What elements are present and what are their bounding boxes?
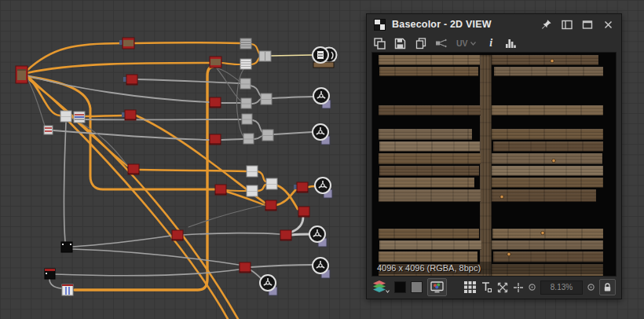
wire[interactable]	[250, 270, 262, 280]
zoom-level-field[interactable]: 8.13%	[540, 280, 583, 295]
output-node[interactable]	[260, 275, 277, 295]
wire[interactable]	[138, 79, 240, 83]
wire[interactable]	[252, 99, 261, 104]
uv-mode-dropdown[interactable]: UV	[455, 38, 478, 48]
grid-toggle-icon[interactable]	[464, 280, 476, 295]
copy-image-icon[interactable]	[373, 37, 386, 50]
graph-node-gray[interactable]	[261, 94, 272, 104]
2d-canvas[interactable]: 4096 x 4096 (RGBA, 8bpc)	[371, 52, 617, 277]
graph-node-red[interactable]	[125, 110, 136, 120]
wire[interactable]	[221, 139, 243, 140]
copy-icon[interactable]	[414, 37, 427, 50]
swatch-gray[interactable]	[411, 281, 423, 293]
graph-node-bmp[interactable]	[210, 57, 221, 68]
graph-node-red[interactable]	[210, 134, 221, 145]
graph-node-red[interactable]	[126, 75, 137, 85]
graph-node-wstripe[interactable]	[240, 59, 251, 69]
graph-node-src[interactable]	[16, 66, 27, 83]
wire[interactable]	[27, 75, 209, 102]
graph-node-gray[interactable]	[242, 114, 252, 124]
wire[interactable]	[218, 68, 240, 82]
zoom-in-icon[interactable]	[587, 280, 595, 295]
graph-node-gray[interactable]	[240, 79, 251, 89]
wire[interactable]	[226, 190, 246, 191]
wire[interactable]	[258, 185, 265, 191]
wire[interactable]	[274, 132, 313, 134]
wire[interactable]	[273, 97, 314, 98]
wire[interactable]	[183, 233, 280, 235]
swatch-black[interactable]	[394, 281, 406, 293]
graph-node-white[interactable]	[247, 166, 258, 177]
lock-button[interactable]	[599, 279, 616, 295]
graph-node-red[interactable]	[215, 185, 226, 195]
wire[interactable]	[251, 44, 260, 54]
tiling-mode-icon[interactable]	[481, 280, 492, 295]
graph-node-blackr[interactable]	[45, 269, 55, 279]
wire[interactable]	[258, 171, 265, 182]
wire[interactable]	[53, 130, 209, 140]
export-node-icon[interactable]	[434, 37, 448, 50]
texture-plank	[379, 141, 480, 152]
output-node[interactable]	[313, 258, 330, 278]
fit-view-icon[interactable]	[497, 280, 508, 295]
graph-node-white[interactable]	[266, 178, 277, 189]
wire[interactable]	[253, 120, 262, 132]
output-node[interactable]	[309, 226, 327, 247]
graph-node-gray[interactable]	[262, 130, 273, 141]
dock-layout-icon[interactable]	[560, 17, 574, 31]
display-channels-button[interactable]	[427, 278, 447, 296]
graph-node-red[interactable]	[265, 200, 276, 211]
output-node[interactable]	[315, 178, 332, 198]
wire[interactable]	[221, 63, 240, 64]
graph-node-red[interactable]	[280, 230, 291, 240]
wire[interactable]	[271, 55, 312, 56]
wire[interactable]	[140, 170, 246, 171]
wire[interactable]	[72, 236, 171, 247]
histogram-icon[interactable]	[505, 37, 518, 50]
graph-node-gray[interactable]	[243, 134, 254, 144]
close-icon[interactable]	[601, 17, 615, 31]
graph-node-red[interactable]	[128, 164, 139, 174]
wire[interactable]	[309, 186, 315, 187]
wire[interactable]	[251, 86, 261, 96]
wire[interactable]	[134, 42, 240, 43]
graph-node-red[interactable]	[298, 207, 309, 217]
save-icon[interactable]	[393, 37, 407, 50]
background-select-icon[interactable]	[372, 280, 390, 295]
maximize-icon[interactable]	[580, 17, 595, 31]
wire[interactable]	[290, 217, 303, 233]
graph-node-red[interactable]	[240, 262, 251, 273]
info-icon[interactable]: i	[485, 37, 498, 50]
pin-icon[interactable]	[540, 17, 554, 31]
wire[interactable]	[72, 249, 239, 265]
wire[interactable]	[27, 76, 214, 189]
output-node[interactable]	[313, 47, 337, 68]
graph-node-white[interactable]	[247, 185, 258, 196]
graph-node-black[interactable]	[61, 242, 72, 252]
output-node[interactable]	[313, 88, 331, 108]
wire[interactable]	[188, 205, 265, 227]
graph-node-gstripe[interactable]	[240, 38, 251, 49]
graph-node-dbl[interactable]	[259, 51, 271, 61]
wire[interactable]	[75, 67, 213, 290]
wire[interactable]	[251, 57, 260, 64]
graph-node-red[interactable]	[297, 182, 308, 192]
graph-node-mini[interactable]	[44, 126, 53, 134]
graph-node-gray[interactable]	[241, 98, 251, 108]
wire[interactable]	[64, 123, 66, 241]
wire[interactable]	[254, 136, 262, 139]
panel-titlebar[interactable]: Basecolor - 2D VIEW	[367, 14, 621, 35]
graph-node-wblue[interactable]	[62, 284, 73, 295]
wire[interactable]	[251, 265, 313, 267]
graph-node-red[interactable]	[172, 230, 183, 240]
center-view-icon[interactable]	[513, 280, 524, 295]
graph-node-grad[interactable]	[74, 112, 85, 123]
output-node[interactable]	[313, 124, 330, 145]
zoom-out-icon[interactable]	[529, 280, 536, 295]
graph-node-red[interactable]	[210, 97, 221, 108]
graph-node-white[interactable]	[60, 111, 71, 122]
wire[interactable]	[27, 63, 210, 73]
wire[interactable]	[291, 234, 311, 235]
graph-node-bmp[interactable]	[123, 38, 134, 49]
wire[interactable]	[49, 279, 61, 288]
